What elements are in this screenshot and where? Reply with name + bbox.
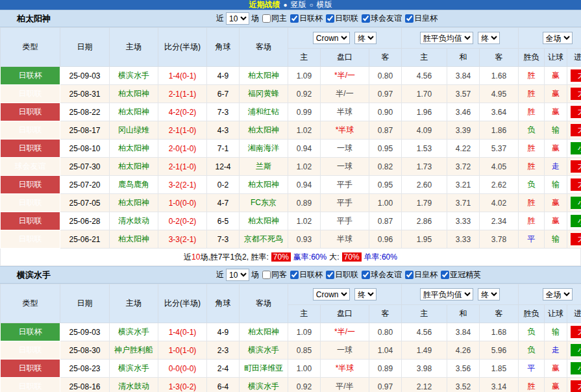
result-cell: 平	[519, 230, 545, 249]
away-team-link[interactable]: 町田泽维亚	[240, 360, 288, 378]
home-team-link[interactable]: 清水鼓动	[110, 378, 158, 392]
away-team-link[interactable]: FC东京	[240, 194, 288, 212]
final-odds-select[interactable]: 终	[354, 288, 377, 300]
col-type: 类型	[1, 28, 60, 67]
league-checkbox[interactable]	[362, 14, 370, 23]
home-team-link[interactable]: 冈山绿雉	[110, 121, 158, 140]
away-team-link[interactable]: 柏太阳神	[240, 212, 288, 230]
corner-score: 7-1	[207, 140, 240, 158]
europe-away-odds: 1.68	[480, 323, 519, 341]
odds-company-select[interactable]: Crown	[313, 32, 350, 44]
final-odds-select-2[interactable]: 终	[478, 288, 500, 300]
horizontal-radio-icon[interactable]: ○	[310, 0, 314, 10]
away-team-link[interactable]: 柏太阳神	[240, 176, 288, 194]
europe-draw-odds: 3.72	[447, 158, 480, 176]
europe-draw-odds: 3.56	[447, 360, 480, 378]
match-row: 日职联25-06-21柏太阳神3-3(2-1)7-3京都不死鸟0.93半球0.9…	[1, 230, 581, 249]
league-checkbox[interactable]	[405, 14, 414, 23]
match-count-select[interactable]: 10	[226, 269, 249, 281]
match-score: 2-1(1-1)	[158, 85, 207, 103]
same-away-checkbox[interactable]	[262, 271, 271, 279]
away-team-link[interactable]: 兰斯	[240, 158, 288, 176]
away-team-link[interactable]: 横滨水手	[240, 341, 288, 360]
league-checkbox[interactable]	[326, 14, 334, 23]
home-team-link[interactable]: 柏太阳神	[110, 140, 158, 158]
home-team-link[interactable]: 横滨水手	[110, 67, 158, 85]
league-label: 日皇杯	[414, 13, 438, 24]
home-team-link[interactable]: 横滨水手	[110, 323, 158, 341]
vertical-radio-icon[interactable]: ●	[283, 0, 287, 10]
final-odds-select[interactable]: 终	[354, 32, 377, 44]
odds-company-select[interactable]: Crown	[313, 288, 350, 300]
away-team-link[interactable]: 横滨水手	[240, 378, 288, 392]
league-label: 日联杯	[299, 13, 323, 24]
matches-table: 类型 日期 主场 比分(半场) 角球 客场 Crown 终 胜平负均值 终 全场	[0, 27, 581, 249]
scope-select[interactable]: 全场	[543, 32, 573, 44]
europe-away-odds: 4.95	[480, 85, 519, 103]
same-home-checkbox[interactable]	[262, 14, 271, 23]
goals-cell: 大	[567, 67, 581, 85]
filters: 近 10 场 同客 日联杯日职联球会友谊日皇杯亚冠精英	[216, 269, 481, 281]
match-count-select[interactable]: 10	[226, 12, 249, 25]
home-team-link[interactable]: 横滨水手	[110, 360, 158, 378]
europe-away-odds: 3.78	[480, 230, 519, 249]
europe-home-odds: 2.86	[402, 212, 447, 230]
match-score: 1-4(0-1)	[158, 323, 207, 341]
match-score: 0-2(0-2)	[158, 212, 207, 230]
europe-draw-odds: 3.52	[447, 378, 480, 392]
col-goals: 进球	[567, 49, 581, 67]
league-checkbox[interactable]	[290, 271, 299, 279]
home-team-link[interactable]: 柏太阳神	[110, 230, 158, 249]
home-team-link[interactable]: 神户胜利船	[110, 341, 158, 360]
big-rate-badge: 70%	[342, 252, 362, 262]
away-team-link[interactable]: 浦和红钻	[240, 103, 288, 121]
handicap-line: *半/一	[321, 67, 369, 85]
games-label: 场	[251, 13, 259, 24]
final-odds-select-2[interactable]: 终	[478, 32, 500, 44]
home-team-link[interactable]: 鹿岛鹿角	[110, 176, 158, 194]
handicap-rate-text: 赢率:60%	[293, 252, 327, 263]
match-score: 2-0(1-0)	[158, 140, 207, 158]
goals-cell: 小	[567, 341, 581, 360]
col-handicap-result: 让球	[545, 49, 567, 67]
league-label: 日皇杯	[414, 269, 438, 280]
corner-score: 6-7	[207, 85, 240, 103]
asian-home-odds: 0.85	[288, 341, 321, 360]
goals-badge: 大	[571, 69, 581, 82]
league-checkbox[interactable]	[362, 271, 370, 279]
corner-score: 7-3	[207, 103, 240, 121]
vertical-option-label[interactable]: 竖版	[291, 0, 306, 10]
away-team-link[interactable]: 柏太阳神	[240, 323, 288, 341]
avg-odds-select[interactable]: 胜平负均值	[420, 288, 473, 300]
filters: 近 10 场 同主 日联杯日职联球会友谊日皇杯	[216, 12, 438, 25]
league-checkbox[interactable]	[441, 271, 449, 279]
goals-cell: 大	[567, 230, 581, 249]
corner-score: 4-3	[207, 121, 240, 140]
home-team-link[interactable]: 清水鼓动	[110, 212, 158, 230]
asian-home-odds: 1.02	[288, 121, 321, 140]
home-team-link[interactable]: 柏太阳神	[110, 103, 158, 121]
filter-league: 日联杯	[290, 269, 323, 280]
filter-league: 球会友谊	[362, 13, 402, 24]
away-team-link[interactable]: 湘南海洋	[240, 140, 288, 158]
goals-cell: 大	[567, 176, 581, 194]
league-checkbox[interactable]	[405, 271, 414, 279]
away-team-link[interactable]: 京都不死鸟	[240, 230, 288, 249]
goals-badge: 大	[571, 124, 581, 136]
corner-score: 6-5	[207, 212, 240, 230]
away-team-link[interactable]: 柏太阳神	[240, 121, 288, 140]
match-row: 日职联25-08-16清水鼓动1-3(0-2)6-4横滨水手0.92平/半0.9…	[1, 378, 581, 392]
home-team-link[interactable]: 柏太阳神	[110, 194, 158, 212]
avg-odds-select[interactable]: 胜平负均值	[420, 32, 473, 44]
league-filter-group: 日联杯日职联球会友谊日皇杯	[287, 13, 438, 25]
home-team-link[interactable]: 柏太阳神	[110, 158, 158, 176]
europe-odds-group: 胜平负均值 终	[402, 284, 519, 305]
horizontal-option-label[interactable]: 横版	[317, 0, 332, 10]
league-checkbox[interactable]	[326, 271, 334, 279]
home-team-link[interactable]: 柏太阳神	[110, 85, 158, 103]
scope-select[interactable]: 全场	[543, 288, 573, 300]
away-team-link[interactable]: 福冈黄蜂	[240, 85, 288, 103]
away-team-link[interactable]: 柏太阳神	[240, 67, 288, 85]
games-label: 场	[251, 269, 259, 280]
league-checkbox[interactable]	[290, 14, 299, 23]
